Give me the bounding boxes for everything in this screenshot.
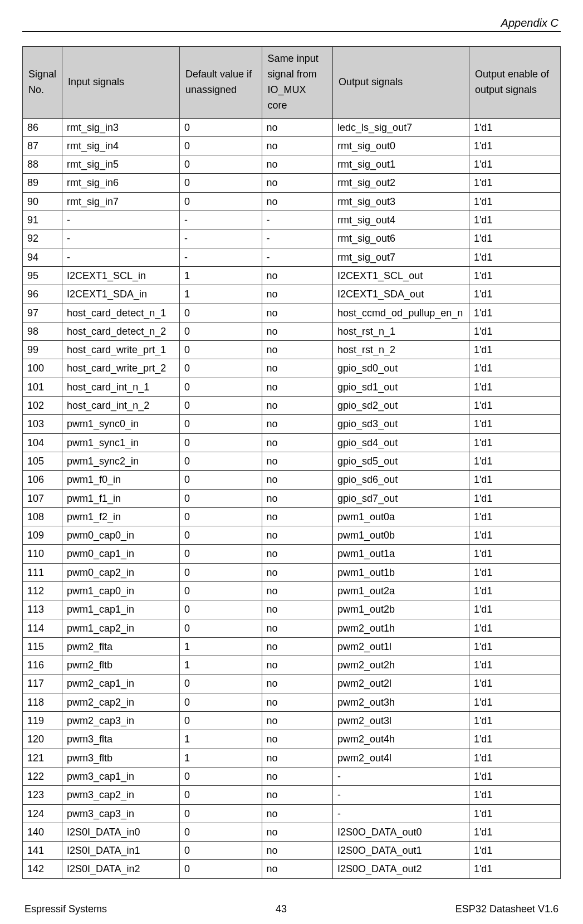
cell-in: pwm1_cap1_in bbox=[62, 600, 180, 619]
cell-def: 0 bbox=[179, 378, 262, 396]
cell-no: 124 bbox=[23, 804, 62, 823]
cell-out: host_rst_n_2 bbox=[333, 341, 469, 359]
cell-mux: no bbox=[262, 563, 332, 581]
cell-in: I2S0I_DATA_in1 bbox=[62, 842, 180, 860]
cell-oe: 1'd1 bbox=[469, 600, 560, 619]
cell-def: 0 bbox=[179, 304, 262, 322]
cell-out: I2S0O_DATA_out0 bbox=[333, 823, 469, 841]
table-row: 108pwm1_f2_in0nopwm1_out0a1'd1 bbox=[23, 507, 561, 526]
cell-out: gpio_sd7_out bbox=[333, 489, 469, 507]
cell-no: 112 bbox=[23, 581, 62, 600]
cell-def: 1 bbox=[179, 749, 262, 767]
cell-out: - bbox=[333, 804, 469, 823]
cell-oe: 1'd1 bbox=[469, 823, 560, 841]
cell-def: - bbox=[179, 211, 262, 229]
cell-oe: 1'd1 bbox=[469, 749, 560, 767]
cell-mux: no bbox=[262, 285, 332, 304]
cell-mux: - bbox=[262, 229, 332, 248]
cell-def: - bbox=[179, 248, 262, 266]
cell-no: 118 bbox=[23, 693, 62, 711]
cell-out: ledc_ls_sig_out7 bbox=[333, 118, 469, 136]
cell-out: pwm1_out0b bbox=[333, 526, 469, 545]
cell-mux: no bbox=[262, 526, 332, 545]
cell-no: 117 bbox=[23, 674, 62, 693]
cell-no: 110 bbox=[23, 545, 62, 563]
table-row: 98host_card_detect_n_20nohost_rst_n_11'd… bbox=[23, 322, 561, 340]
table-row: 86rmt_sig_in30noledc_ls_sig_out71'd1 bbox=[23, 118, 561, 136]
cell-in: pwm1_f1_in bbox=[62, 489, 180, 507]
cell-oe: 1'd1 bbox=[469, 545, 560, 563]
cell-no: 111 bbox=[23, 563, 62, 581]
cell-def: 1 bbox=[179, 730, 262, 749]
cell-oe: 1'd1 bbox=[469, 860, 560, 878]
cell-oe: 1'd1 bbox=[469, 712, 560, 730]
cell-oe: 1'd1 bbox=[469, 842, 560, 860]
cell-no: 107 bbox=[23, 489, 62, 507]
cell-no: 94 bbox=[23, 248, 62, 266]
cell-def: 0 bbox=[179, 693, 262, 711]
table-row: 105pwm1_sync2_in0nogpio_sd5_out1'd1 bbox=[23, 452, 561, 470]
cell-no: 122 bbox=[23, 767, 62, 785]
table-row: 102host_card_int_n_20nogpio_sd2_out1'd1 bbox=[23, 397, 561, 415]
cell-in: rmt_sig_in4 bbox=[62, 136, 180, 155]
table-row: 121pwm3_fltb1nopwm2_out4l1'd1 bbox=[23, 749, 561, 767]
cell-oe: 1'd1 bbox=[469, 730, 560, 749]
cell-def: 0 bbox=[179, 526, 262, 545]
cell-no: 121 bbox=[23, 749, 62, 767]
cell-in: rmt_sig_in3 bbox=[62, 118, 180, 136]
cell-in: pwm2_fltb bbox=[62, 656, 180, 674]
cell-out: rmt_sig_out4 bbox=[333, 211, 469, 229]
cell-mux: no bbox=[262, 174, 332, 192]
signal-table: Signal No. Input signals Default value i… bbox=[22, 46, 561, 879]
cell-oe: 1'd1 bbox=[469, 136, 560, 155]
cell-def: 0 bbox=[179, 600, 262, 619]
cell-out: - bbox=[333, 767, 469, 785]
cell-no: 100 bbox=[23, 359, 62, 378]
cell-out: pwm1_out1a bbox=[333, 545, 469, 563]
table-row: 120pwm3_flta1nopwm2_out4h1'd1 bbox=[23, 730, 561, 749]
table-row: 110pwm0_cap1_in0nopwm1_out1a1'd1 bbox=[23, 545, 561, 563]
cell-oe: 1'd1 bbox=[469, 656, 560, 674]
cell-mux: no bbox=[262, 341, 332, 359]
col-header-output-signals: Output signals bbox=[333, 47, 469, 119]
cell-no: 140 bbox=[23, 823, 62, 841]
table-row: 119pwm2_cap3_in0nopwm2_out3l1'd1 bbox=[23, 712, 561, 730]
cell-no: 109 bbox=[23, 526, 62, 545]
cell-mux: no bbox=[262, 415, 332, 433]
table-row: 142I2S0I_DATA_in20noI2S0O_DATA_out21'd1 bbox=[23, 860, 561, 878]
col-header-default-value: Default value if unassigned bbox=[179, 47, 262, 119]
table-row: 99host_card_write_prt_10nohost_rst_n_21'… bbox=[23, 341, 561, 359]
cell-def: 0 bbox=[179, 452, 262, 470]
cell-no: 120 bbox=[23, 730, 62, 749]
cell-mux: no bbox=[262, 433, 332, 452]
cell-mux: no bbox=[262, 619, 332, 637]
table-row: 117pwm2_cap1_in0nopwm2_out2l1'd1 bbox=[23, 674, 561, 693]
cell-out: host_ccmd_od_pullup_en_n bbox=[333, 304, 469, 322]
cell-out: pwm2_out1h bbox=[333, 619, 469, 637]
cell-def: 0 bbox=[179, 155, 262, 174]
cell-no: 104 bbox=[23, 433, 62, 452]
cell-def: 0 bbox=[179, 489, 262, 507]
cell-in: pwm3_cap1_in bbox=[62, 767, 180, 785]
cell-mux: no bbox=[262, 581, 332, 600]
col-header-output-enable: Output enable of output signals bbox=[469, 47, 560, 119]
cell-out: pwm1_out2a bbox=[333, 581, 469, 600]
cell-out: gpio_sd2_out bbox=[333, 397, 469, 415]
cell-no: 92 bbox=[23, 229, 62, 248]
cell-mux: no bbox=[262, 600, 332, 619]
cell-out: I2CEXT1_SCL_out bbox=[333, 266, 469, 285]
footer-right: ESP32 Datasheet V1.6 bbox=[455, 903, 558, 915]
cell-def: 0 bbox=[179, 174, 262, 192]
cell-no: 116 bbox=[23, 656, 62, 674]
table-header-row: Signal No. Input signals Default value i… bbox=[23, 47, 561, 119]
cell-no: 101 bbox=[23, 378, 62, 396]
cell-oe: 1'd1 bbox=[469, 563, 560, 581]
cell-oe: 1'd1 bbox=[469, 507, 560, 526]
cell-no: 95 bbox=[23, 266, 62, 285]
cell-def: 0 bbox=[179, 842, 262, 860]
cell-oe: 1'd1 bbox=[469, 674, 560, 693]
cell-def: 0 bbox=[179, 712, 262, 730]
cell-oe: 1'd1 bbox=[469, 693, 560, 711]
cell-mux: no bbox=[262, 656, 332, 674]
cell-oe: 1'd1 bbox=[469, 211, 560, 229]
